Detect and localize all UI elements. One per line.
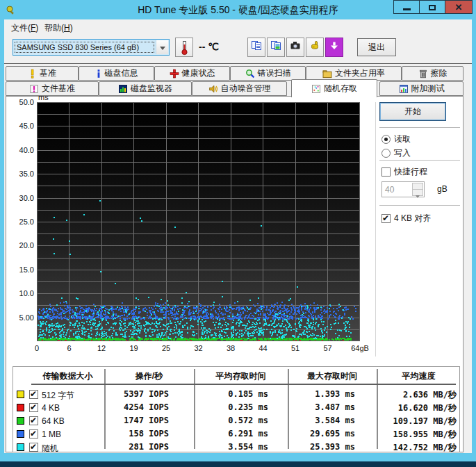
tab-aam[interactable]: 自动噪音管理 (192, 81, 287, 96)
write-radio-row[interactable]: 写入 (381, 147, 411, 159)
x-tick-label: 0 (35, 344, 39, 352)
series-checkbox[interactable] (29, 429, 38, 439)
minimize-button[interactable] (393, 0, 420, 14)
save-screenshot-button[interactable] (286, 38, 304, 57)
y-tick-label: 40.0 (8, 146, 34, 154)
menu-file[interactable]: 文件(F) (7, 21, 42, 33)
max-access-value: 3.487 ms (288, 402, 377, 412)
read-radio[interactable] (381, 135, 391, 144)
temperature-button[interactable] (175, 38, 193, 57)
copy-text-button[interactable] (247, 38, 265, 57)
tab-error-scan[interactable]: 错误扫描 (230, 66, 306, 81)
tab-disk-info[interactable]: 磁盘信息 (79, 66, 154, 81)
series-label: 512 字节 (42, 390, 74, 402)
avg-speed-value: 16.620 MB/秒 (377, 402, 461, 414)
table-row: 随机 281 IOPS 3.554 ms 25.393 ms 142.752 M… (13, 441, 461, 454)
close-icon: ✕ (455, 2, 463, 13)
y-axis-labels: 50.045.040.035.030.025.020.015.010.05.00 (6, 102, 35, 345)
hdtune-window: HD Tune 专业版 5.50 - 硬盘/固态硬盘实用程序 ✕ 文件(F) 帮… (0, 0, 476, 467)
x-tick-label: 25 (162, 344, 170, 352)
max-access-value: 1.393 ms (288, 389, 377, 399)
y-tick-label: 30.0 (8, 194, 34, 202)
avg-speed-value: 2.636 MB/秒 (377, 389, 461, 401)
camera-icon (290, 40, 301, 51)
iops-value: 158 IOPS (104, 429, 194, 439)
align-label: 4 KB 对齐 (394, 213, 431, 224)
write-label: 写入 (394, 147, 411, 159)
y-axis-unit: ms (38, 93, 49, 101)
y-tick-label: 45.0 (8, 122, 34, 130)
tab-disk-monitor[interactable]: 磁盘监视器 (99, 81, 192, 96)
avg-access-value: 0.185 ms (194, 389, 288, 399)
temperature-value: -- ℃ (199, 41, 219, 52)
copy-image-icon (270, 40, 281, 51)
series-label: 64 KB (42, 416, 65, 426)
spin-down-button[interactable] (412, 189, 423, 196)
copy-text-icon (251, 40, 262, 51)
max-access-value: 29.695 ms (288, 429, 377, 439)
drive-select[interactable]: SAMSUNG SSD 830 Series (64 gB) (13, 39, 170, 56)
series-swatch (17, 391, 24, 398)
separator (379, 205, 460, 206)
write-radio[interactable] (381, 149, 391, 158)
tab-extra-tests[interactable]: 附加测试 (379, 81, 463, 96)
short-stroke-row[interactable]: 快捷行程 (381, 166, 427, 178)
series-checkbox[interactable] (29, 443, 38, 452)
x-tick-label: 57 (323, 344, 331, 352)
series-checkbox[interactable] (29, 416, 38, 425)
maximize-button[interactable] (419, 0, 445, 14)
tab-benchmark[interactable]: 基准 (6, 66, 79, 81)
capacity-unit: gB (437, 184, 448, 194)
avg-access-value: 6.291 ms (194, 429, 288, 439)
col-header-avg: 平均存取时间 (194, 370, 288, 382)
hand-icon (309, 40, 320, 51)
read-radio-row[interactable]: 读取 (381, 133, 411, 145)
tab-health[interactable]: 健康状态 (154, 66, 230, 81)
avg-access-value: 3.554 ms (194, 442, 288, 452)
update-button[interactable] (325, 38, 343, 57)
start-button[interactable]: 开始 (379, 102, 446, 121)
random-access-icon (311, 84, 321, 94)
toolbar-separator (4, 63, 472, 64)
avg-speed-value: 158.955 MB/秒 (377, 429, 461, 441)
window-bottom-edge (0, 461, 476, 467)
table-row: 1 MB 158 IOPS 6.291 ms 29.695 ms 158.955… (13, 427, 461, 441)
align-checkbox[interactable] (381, 214, 391, 223)
copy-image-button[interactable] (267, 38, 285, 57)
minimize-icon (403, 8, 411, 10)
tab-folder-usage[interactable]: 文件夹占用率 (306, 66, 402, 81)
menu-help[interactable]: 帮助(H) (40, 21, 77, 33)
align-row[interactable]: 4 KB 对齐 (381, 213, 431, 224)
series-swatch (17, 417, 24, 425)
iops-value: 281 IOPS (104, 442, 194, 452)
folder-icon (322, 69, 332, 79)
read-label: 读取 (394, 133, 411, 145)
trash-icon (418, 69, 428, 79)
short-stroke-checkbox[interactable] (381, 167, 391, 177)
speaker-icon (208, 84, 218, 94)
health-cross-icon (170, 69, 179, 79)
disk-info-icon (95, 69, 102, 79)
avg-access-value: 0.572 ms (194, 416, 288, 425)
tab-file-benchmark[interactable]: 文件基准 (6, 81, 99, 96)
tab-erase[interactable]: 擦除 (402, 66, 463, 81)
x-tick-label: 6 (67, 344, 71, 352)
bar-chart-icon (118, 84, 128, 94)
series-checkbox[interactable] (29, 390, 38, 399)
avg-access-value: 0.235 ms (194, 402, 288, 412)
title-bar[interactable]: HD Tune 专业版 5.50 - 硬盘/固态硬盘实用程序 ✕ (0, 0, 476, 19)
capacity-spinner[interactable]: 40 (381, 181, 425, 197)
x-tick-label: 64gB (351, 344, 369, 352)
table-row: 64 KB 1747 IOPS 0.572 ms 3.584 ms 109.19… (13, 414, 461, 428)
series-swatch (17, 430, 24, 438)
x-tick-label: 51 (291, 344, 299, 352)
panel-separator (375, 102, 376, 357)
series-checkbox[interactable] (29, 403, 38, 412)
col-header-max: 最大存取时间 (288, 370, 377, 382)
options-button[interactable] (306, 38, 324, 57)
download-arrow-icon (329, 40, 340, 51)
exit-button[interactable]: 退出 (357, 38, 396, 56)
tab-random-access[interactable]: 随机存取 (291, 79, 377, 97)
chevron-down-icon[interactable] (156, 40, 168, 54)
close-button[interactable]: ✕ (445, 0, 473, 14)
